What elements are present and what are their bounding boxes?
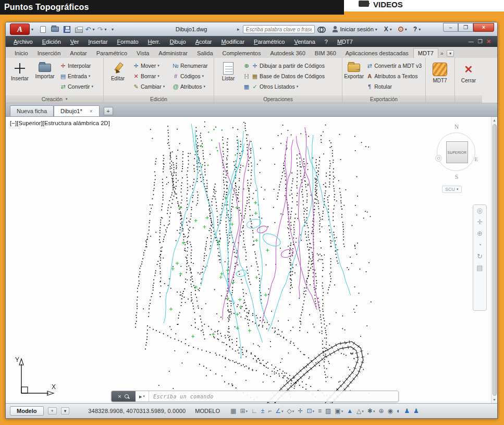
ribbon-tab[interactable]: Anotar bbox=[65, 48, 91, 58]
atributos-textos-button[interactable]: A Atributos a Textos bbox=[364, 71, 424, 81]
new-file-button[interactable] bbox=[38, 25, 47, 34]
atributos-button[interactable]: @ Atributos ▾ bbox=[170, 81, 210, 92]
object-snap-icon[interactable]: ⊡ ▾ bbox=[306, 408, 314, 414]
new-layout-button[interactable]: + bbox=[48, 407, 57, 415]
cerrar-button[interactable]: ✕ Cerrar bbox=[457, 59, 481, 95]
menu-item[interactable]: Insertar bbox=[83, 37, 112, 46]
menu-item[interactable]: Edición bbox=[38, 37, 66, 46]
ribbon-overflow-button[interactable]: » bbox=[438, 48, 446, 58]
viewport-controls[interactable]: [−][Superior][Estructura alámbrica 2D] bbox=[10, 120, 110, 126]
application-menu-button[interactable]: A bbox=[10, 23, 30, 35]
command-close-icon[interactable]: × bbox=[118, 393, 121, 399]
editar-button[interactable]: Editar bbox=[105, 59, 130, 95]
isolate-objects-icon[interactable]: ◉ bbox=[388, 408, 393, 414]
menu-item[interactable]: ? bbox=[320, 37, 333, 46]
layout-menu-button[interactable]: ▾ bbox=[61, 407, 70, 415]
qat-customize-caret-icon[interactable]: ▾ bbox=[112, 27, 114, 32]
exchange-caret-icon[interactable]: ▾ bbox=[390, 27, 392, 32]
open-file-button[interactable] bbox=[50, 25, 59, 34]
ribbon-tab[interactable]: Inicio bbox=[10, 48, 33, 58]
command-grip[interactable]: × bbox=[112, 391, 136, 402]
interpolar-button[interactable]: ✛ Interpolar bbox=[57, 60, 95, 71]
entrada-button[interactable]: ▤ Entrada ▾ bbox=[57, 71, 95, 81]
ortho-icon[interactable]: ⌐ bbox=[268, 408, 272, 414]
osnap-tracking-icon[interactable]: ✛ bbox=[298, 408, 303, 414]
viewcube-compass-ring[interactable]: O SUPERIOR E bbox=[437, 132, 475, 171]
user-presence-icon-2[interactable]: ♟ bbox=[413, 408, 419, 414]
signin-button[interactable]: Iniciar sesión bbox=[340, 26, 374, 32]
vertical-scrollbar[interactable]: ▲ ▼ bbox=[491, 117, 497, 403]
drawing-canvas[interactable] bbox=[6, 117, 492, 403]
otros-listados-button[interactable]: ▦ ✓ Otros Listados ▾ bbox=[241, 81, 327, 92]
isometric-drafting-icon[interactable]: ◇ ▾ bbox=[287, 408, 294, 414]
rotular-button[interactable]: ¶ Rotular bbox=[364, 81, 424, 92]
ribbon-tab[interactable]: Salida bbox=[192, 48, 218, 58]
ribbon-tab[interactable]: Paramétrico bbox=[92, 48, 132, 58]
doc-restore-button[interactable]: ❐ bbox=[478, 39, 483, 44]
insertar-button[interactable]: Insertar bbox=[7, 59, 32, 95]
exportar-button[interactable]: → Exportar bbox=[344, 59, 364, 95]
new-tab-button[interactable]: + bbox=[104, 107, 113, 115]
scroll-thumb[interactable] bbox=[493, 124, 497, 396]
zoom-icon[interactable]: ⊕ bbox=[477, 230, 483, 237]
help-button[interactable]: ? bbox=[413, 26, 417, 33]
rewind-icon[interactable]: ↻ bbox=[477, 253, 483, 260]
command-line[interactable]: × ▸ ▾ Escriba un comando bbox=[111, 391, 399, 402]
base-datos-codigos-button[interactable]: [-] ▦ Base de Datos de Códigos bbox=[241, 71, 327, 81]
drawing-tab[interactable]: Dibujo1* × bbox=[54, 105, 99, 116]
ribbon-tab[interactable]: Aplicaciones destacadas bbox=[341, 48, 413, 58]
dibujar-codigos-button[interactable]: ⊕ ✛ Dibujar a partir de Códigos bbox=[241, 60, 327, 71]
ribbon-tab[interactable]: Inserción bbox=[33, 48, 66, 58]
model-tab[interactable]: Modelo bbox=[10, 406, 44, 416]
help-search-input[interactable] bbox=[243, 25, 315, 33]
doc-minimize-button[interactable]: — bbox=[469, 39, 474, 44]
panel-title-creacion[interactable]: Creación ▾ bbox=[6, 95, 103, 103]
viewcube-top-face[interactable]: SUPERIOR bbox=[446, 141, 468, 163]
viewcube-north-label[interactable]: N bbox=[454, 123, 459, 131]
exchange-apps-button[interactable]: X bbox=[384, 26, 388, 33]
menu-item[interactable]: MDT7 bbox=[333, 37, 358, 46]
menu-item[interactable]: Formato bbox=[113, 37, 143, 46]
selection-cycling-icon[interactable]: ▣ ▾ bbox=[335, 408, 343, 414]
command-prompt-text[interactable]: Escriba un comando bbox=[149, 394, 214, 399]
listar-button[interactable]: Listar bbox=[216, 59, 241, 95]
menu-item[interactable]: Ver bbox=[66, 37, 84, 46]
menu-item[interactable]: Modificar bbox=[216, 37, 249, 46]
help-caret-icon[interactable]: ▾ bbox=[419, 27, 421, 32]
viewcube-west-label[interactable]: O bbox=[435, 155, 442, 162]
renumerar-button[interactable]: № Renumerar bbox=[170, 60, 210, 71]
ribbon-minimize-button[interactable]: ▾ bbox=[447, 50, 454, 57]
menu-item[interactable]: Herr. bbox=[143, 37, 165, 46]
tab-close-icon[interactable]: × bbox=[90, 108, 93, 114]
drawing-viewport[interactable]: [−][Superior][Estructura alámbrica 2D] N… bbox=[6, 117, 497, 403]
viewcube-east-label[interactable]: E bbox=[474, 156, 478, 162]
annotation-monitor-icon[interactable]: ⊕ bbox=[378, 408, 384, 414]
ribbon-tab[interactable]: Autodesk 360 bbox=[266, 48, 310, 58]
showmotion-icon[interactable]: ▤ bbox=[476, 264, 483, 271]
viewcube[interactable]: N O SUPERIOR E S SCU ▾ bbox=[429, 121, 484, 199]
minimize-button[interactable]: – bbox=[443, 23, 458, 32]
annotation-visibility-icon[interactable]: ▲ bbox=[347, 408, 353, 414]
menu-item[interactable]: Dibujo bbox=[165, 37, 190, 46]
ribbon-tab[interactable]: BIM 360 bbox=[310, 48, 341, 58]
doc-close-button[interactable]: ✕ bbox=[487, 39, 491, 44]
command-recent-button[interactable]: ▸ ▾ bbox=[136, 391, 149, 402]
convertir-mdtv3-button[interactable]: ⇄ Convertir a MDT v3 bbox=[364, 60, 424, 71]
grid-icon[interactable]: ▦ bbox=[230, 408, 236, 414]
autoscale-icon[interactable]: △ ▾ bbox=[357, 408, 364, 414]
ribbon-tab[interactable]: Administrar bbox=[154, 48, 192, 58]
user-presence-icon[interactable]: ♟ bbox=[404, 408, 410, 414]
menu-item[interactable]: Archivo bbox=[9, 37, 38, 46]
save-button[interactable] bbox=[62, 25, 71, 34]
infocenter-arrow-icon[interactable]: ▸ bbox=[237, 27, 240, 32]
undo-button[interactable]: ↶▾ bbox=[86, 25, 95, 34]
ribbon-tab[interactable]: MDT7 bbox=[413, 48, 438, 58]
snap-icon[interactable]: ⊞ ▾ bbox=[240, 408, 248, 414]
command-search-icon[interactable] bbox=[125, 394, 129, 399]
panel-title-exportacion[interactable]: Exportación bbox=[342, 95, 425, 103]
lineweight-icon[interactable]: ≡ bbox=[318, 408, 322, 414]
plot-button[interactable] bbox=[74, 25, 83, 34]
transparency-icon[interactable]: ▨ bbox=[325, 408, 331, 414]
mover-button[interactable]: ✛ Mover ▾ bbox=[130, 60, 170, 71]
graphics-performance-icon[interactable]: ◐ bbox=[397, 408, 400, 414]
